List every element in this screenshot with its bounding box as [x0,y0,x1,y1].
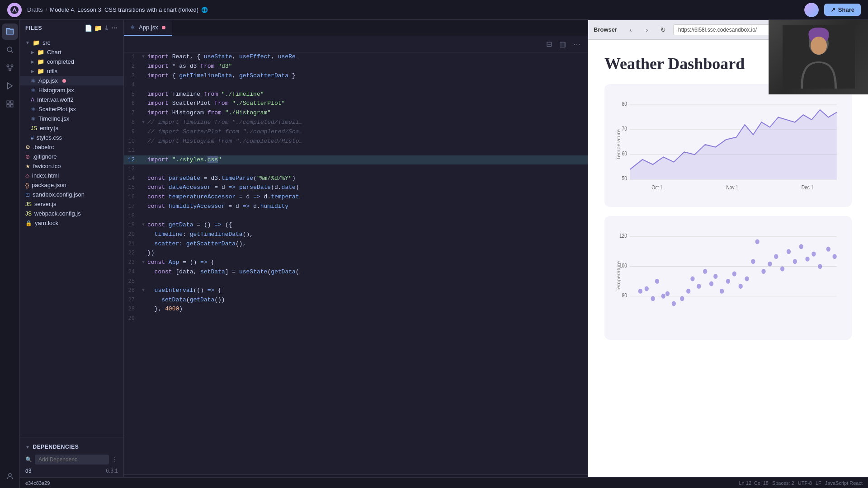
svg-text:Dec 1: Dec 1 [802,184,814,190]
tree-item-entry[interactable]: JS entry.js [20,123,123,133]
tree-item-server[interactable]: JS server.js [20,199,123,209]
tree-item-sandbox[interactable]: ⊡ sandbox.config.json [20,190,123,199]
avatar[interactable] [804,3,819,17]
html-label: index.html [32,172,59,179]
deps-search-input[interactable] [35,455,109,465]
yarn-icon: 🔒 [25,220,32,226]
tree-item-completed[interactable]: ▶ 📁 completed [20,57,123,66]
package-label: package.json [32,182,66,188]
code-line-24: 24 const [data, setData] = useState(getD… [124,267,588,277]
layout-icon[interactable]: ▥ [557,38,568,50]
code-line-19: 19 ▼ const getData = () => ({ [124,221,588,230]
deps-header[interactable]: ▼ Dependencies [20,441,123,453]
svg-point-51 [751,259,755,264]
svg-point-38 [672,301,676,306]
code-editor[interactable]: 1 ▼ import React, { useState, useEffect,… [124,52,588,474]
webpack-icon: JS [25,211,32,217]
tree-item-package[interactable]: {} package.json [20,180,123,190]
git-icon-btn[interactable] [2,60,18,76]
status-language: JavaScript React [825,480,863,486]
svg-point-0 [10,6,19,14]
main-layout: Files 📄 📁 ⤓ ⋯ ▼ 📁 src ▶ 📁 Chart [0,20,868,488]
svg-text:Oct 1: Oct 1 [651,184,662,190]
browser-forward-button[interactable]: › [641,23,653,36]
tree-item-chart[interactable]: ▶ 📁 Chart [20,47,123,57]
tree-item-scatter[interactable]: ⚛ ScatterPlot.jsx [20,104,123,114]
webcam-content [769,20,868,94]
debug-icon-btn[interactable] [2,78,18,94]
deps-more-icon[interactable]: ⋮ [112,456,118,463]
scatter-label: ScatterPlot.jsx [38,106,76,113]
tree-item-gitignore[interactable]: ⊘ .gitignore [20,152,123,161]
tab-appjsx-label: App.jsx [139,24,158,31]
new-file-icon[interactable]: 📄 [85,24,93,32]
tab-appjsx[interactable]: ⚛ App.jsx [124,20,172,36]
scatter-chart-container: 120 100 80 Temperature [604,216,852,340]
tree-item-favicon[interactable]: ★ favicon.ico [20,161,123,171]
tree-item-timeline[interactable]: ⚛ Timeline.jsx [20,114,123,123]
share-button[interactable]: ↗ Share [824,4,861,16]
file-sidebar: Files 📄 📁 ⤓ ⋯ ▼ 📁 src ▶ 📁 Chart [20,20,124,488]
tree-item-yarn[interactable]: 🔒 yarn.lock [20,218,123,228]
tree-item-appjsx[interactable]: ⚛ App.jsx [20,76,123,85]
svg-marker-7 [7,83,12,89]
tree-item-babelrc[interactable]: ⚙ .babelrc [20,142,123,152]
svg-point-39 [680,296,684,301]
timeline-icon: ⚛ [31,116,36,122]
svg-point-52 [755,239,760,244]
new-folder-icon[interactable]: 📁 [94,24,102,32]
tree-item-histogram[interactable]: ⚛ Histogram.jsx [20,85,123,95]
breadcrumb-section[interactable]: Drafts [27,6,43,13]
tree-item-utils[interactable]: ▶ 📁 utils [20,66,123,76]
folder-icon: 📁 [33,39,40,46]
more-icon[interactable]: ⋯ [111,24,118,32]
search-icon-btn[interactable] [2,42,18,58]
collapse-all-icon[interactable]: ⤓ [104,24,110,32]
git-commit: e34c83a29 [25,480,50,486]
split-editor-icon[interactable]: ⊟ [544,38,554,50]
more-actions-icon[interactable]: ⋯ [571,38,582,50]
code-line-11: 11 [124,146,588,155]
git-file-icon: ⊘ [25,154,30,160]
code-line-16: 16 const temperatureAccessor = d => d.te… [124,192,588,202]
svg-point-47 [726,279,730,284]
svg-text:70: 70 [622,126,627,131]
code-line-25: 25 [124,277,588,286]
extensions-icon-btn[interactable] [2,96,18,112]
tree-item-woff[interactable]: A Inter.var.woff2 [20,95,123,104]
code-line-18: 18 [124,211,588,221]
files-icon-btn[interactable] [2,23,18,40]
search-icon: 🔍 [25,456,32,463]
app-logo[interactable] [7,3,22,17]
svg-point-62 [818,264,822,269]
svg-rect-11 [10,105,13,107]
svg-point-45 [713,274,717,279]
svg-line-2 [11,51,13,52]
code-line-1: 1 ▼ import React, { useState, useEffect,… [124,52,588,62]
svg-point-40 [686,289,690,294]
svg-text:Temperature: Temperature [616,129,621,160]
histogram-icon: ⚛ [31,87,36,94]
tree-item-html[interactable]: ◇ index.html [20,171,123,180]
dep-item-d3[interactable]: d3 6.3.1 [20,466,123,475]
svg-point-1 [7,47,12,52]
code-line-14: 14 const parseDate = d3.timeParse("%m/%d… [124,174,588,183]
browser-back-button[interactable]: ‹ [624,23,637,36]
browser-refresh-button[interactable]: ↻ [657,23,670,36]
file-sidebar-icons: 📄 📁 ⤓ ⋯ [85,24,118,32]
tree-item-styles[interactable]: # styles.css [20,133,123,142]
code-line-3: 3 import { getTimelineData, getScatterDa… [124,71,588,81]
topbar: Drafts / Module 4, Lesson 3: CSS transit… [0,0,868,20]
code-line-23: 23 ▼ const App = () => { [124,258,588,267]
svg-point-50 [745,277,749,282]
tree-item-src[interactable]: ▼ 📁 src [20,38,123,47]
topbar-right: ↗ Share [804,3,861,17]
tree-item-webpack[interactable]: JS webpack.config.js [20,209,123,218]
babelrc-icon: ⚙ [25,144,30,150]
editor-toolbar: ⊟ ▥ ⋯ [124,36,588,52]
server-js-icon: JS [25,201,32,207]
code-line-9: 9 // import ScatterPlot from "./complete… [124,127,588,137]
json-file-icon: {} [25,182,29,188]
account-icon-btn[interactable] [2,468,18,484]
svg-point-33 [645,286,649,291]
